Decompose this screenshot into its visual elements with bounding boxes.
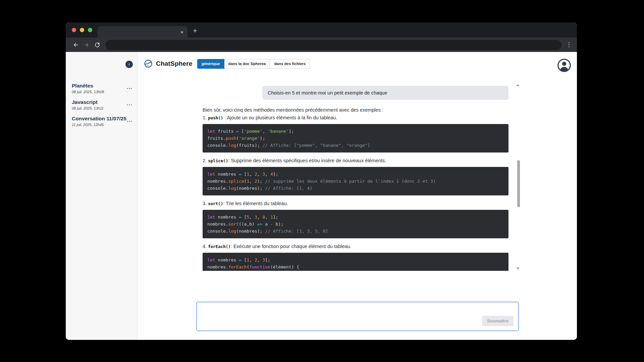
app-header: ChatSphere générique dans la doc Spherea… (138, 52, 577, 75)
conversation-text: Planètes 08 juil. 2025, 13h08 (72, 83, 127, 94)
conversation-title: Planètes (72, 83, 127, 89)
reload-icon (94, 42, 100, 48)
browser-tabstrip: × + (66, 22, 577, 38)
conversation-text: Conversation 11/07/25 11 juil. 2025, 12h… (72, 116, 127, 127)
minimize-window-button[interactable] (80, 28, 84, 32)
conversation-list: Planètes 08 juil. 2025, 13h08 ··· Javasc… (66, 80, 137, 129)
reload-button[interactable] (92, 40, 103, 50)
assistant-message: Bien sûr, voici cinq des méthodes mentio… (203, 107, 508, 271)
sidebar-item-javascript[interactable]: Javascript 08 juil. 2025, 13h11 ··· (66, 97, 137, 113)
chat-scroll-area[interactable]: Choisis-en 5 et montre-moi un petit exem… (203, 83, 521, 271)
new-tab-button[interactable]: + (193, 26, 197, 35)
message-composer: Soumettre (196, 302, 519, 331)
chatsphere-app: ‹ Planètes 08 juil. 2025, 13h08 ··· Java… (66, 52, 577, 340)
user-avatar-icon[interactable] (556, 58, 572, 73)
scrollbar-thumb[interactable] (517, 160, 520, 207)
main-panel: ChatSphere générique dans la doc Spherea… (138, 52, 577, 340)
browser-window: × + ⋮ ‹ (66, 22, 577, 340)
conversation-menu-icon[interactable]: ··· (127, 86, 132, 91)
code-block-sort: let nombres = [5, 3, 8, 1];nombres.sort(… (203, 210, 508, 238)
method-heading-splice: 2. splice(): Supprime des éléments spéci… (203, 157, 508, 164)
code-block-splice: let nombres = [1, 2, 3, 4];nombres.splic… (203, 167, 508, 195)
address-bar[interactable] (105, 40, 561, 50)
back-button[interactable] (70, 40, 81, 50)
tab-fichiers[interactable]: dans des fichiers (270, 59, 310, 69)
conversation-menu-icon[interactable]: ··· (127, 102, 132, 108)
inline-code: splice() (208, 158, 228, 163)
inline-code: sort() (208, 201, 223, 206)
window-controls (72, 28, 92, 32)
close-window-button[interactable] (72, 28, 76, 32)
forward-button[interactable] (81, 40, 92, 50)
sidebar-item-conversation-110725[interactable]: Conversation 11/07/25 11 juil. 2025, 12h… (66, 113, 137, 129)
scroll-up-icon[interactable] (516, 84, 520, 86)
conversation-title: Conversation 11/07/25 (72, 116, 127, 122)
conversation-text: Javascript 08 juil. 2025, 13h11 (72, 99, 127, 110)
sidebar-collapse-button[interactable]: ‹ (125, 61, 133, 68)
sidebar: ‹ Planètes 08 juil. 2025, 13h08 ··· Java… (66, 52, 138, 340)
conversation-date: 08 juil. 2025, 13h08 (72, 90, 127, 94)
code-block-push: let fruits = ['pomme', 'banane'];fruits.… (203, 124, 508, 153)
page-title: ChatSphere (156, 60, 193, 67)
conversation-date: 08 juil. 2025, 13h11 (72, 106, 127, 110)
assistant-intro: Bien sûr, voici cinq des méthodes mentio… (203, 107, 508, 114)
method-heading-push: 1. push() : Ajoute un ou plusieurs éléme… (203, 114, 508, 121)
tab-generique[interactable]: générique (197, 59, 224, 69)
conversation-title: Javascript (72, 99, 127, 105)
conversation-menu-icon[interactable]: ··· (127, 119, 132, 124)
browser-tab[interactable]: × (98, 26, 187, 38)
tab-doc-spherea[interactable]: dans la doc Spherea (224, 59, 270, 69)
chatsphere-logo-icon (144, 59, 153, 68)
chevron-left-icon: ‹ (128, 62, 130, 66)
method-heading-foreach: 4. forEach(): Exécute une fonction pour … (203, 243, 508, 250)
scope-tabs: générique dans la doc Spherea dans des f… (197, 59, 310, 69)
inline-code: push() (208, 115, 223, 120)
user-message-bubble: Choisis-en 5 et montre-moi un petit exem… (262, 86, 508, 100)
inline-code: forEach() (208, 244, 231, 249)
code-block-foreach: let nombres = [1, 2, 3];nombres.forEach(… (203, 253, 508, 271)
maximize-window-button[interactable] (88, 28, 92, 32)
forward-icon (83, 42, 90, 48)
submit-button[interactable]: Soumettre (482, 316, 514, 326)
message-list: Choisis-en 5 et montre-moi un petit exem… (203, 86, 508, 271)
tab-close-icon[interactable]: × (180, 29, 183, 35)
browser-navbar: ⋮ (66, 38, 577, 52)
method-heading-sort: 3. sort(): Trie les éléments du tableau. (203, 200, 508, 207)
conversation-date: 11 juil. 2025, 12h45 (72, 123, 127, 127)
scroll-down-icon[interactable] (516, 267, 520, 269)
message-input[interactable] (200, 305, 475, 328)
browser-menu-button[interactable]: ⋮ (566, 41, 572, 48)
back-icon (72, 42, 79, 48)
sidebar-item-planetes[interactable]: Planètes 08 juil. 2025, 13h08 ··· (66, 80, 137, 97)
